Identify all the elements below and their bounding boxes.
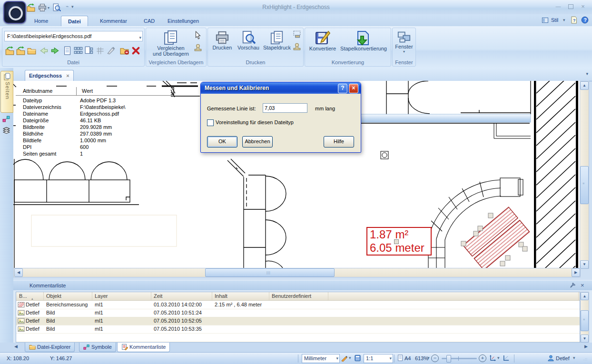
file-path-dropdown-icon[interactable]: ▾ <box>139 33 141 42</box>
drucken-button[interactable]: Drucken <box>210 29 235 59</box>
comment-scroll-up[interactable]: ▲ <box>581 292 589 300</box>
panel-close-icon[interactable]: × <box>581 281 584 290</box>
konvertiere-button[interactable]: Konvertiere <box>307 29 338 59</box>
maximize-button[interactable] <box>565 3 576 10</box>
clean-view-icon[interactable] <box>107 46 116 55</box>
unit-combo[interactable]: Millimeter ▾ <box>302 354 340 363</box>
pen-dropdown-icon[interactable]: ▾ <box>349 355 351 360</box>
comment-scroll-down[interactable]: ▼ <box>581 334 589 343</box>
zoom-in-button[interactable]: + <box>479 354 486 362</box>
scroll-left-button[interactable]: ◀ <box>14 268 23 277</box>
tab-scroll-right-icon[interactable]: ▶ <box>584 344 588 349</box>
user-name[interactable]: Detlef <box>556 355 570 361</box>
snap-corner-icon[interactable] <box>503 354 510 362</box>
canvas-hscrollbar[interactable]: ◀ ||| ▶ <box>13 268 581 277</box>
col-benutzer[interactable]: B... <box>16 292 44 300</box>
coordinate-dropdown-icon[interactable]: ▾ <box>497 355 500 360</box>
comment-row[interactable]: Detlef Bild ml1 07.05.2010 10:51:24 <box>16 309 580 317</box>
tab-list-dropdown-icon[interactable]: ▾ <box>586 71 588 76</box>
canvas-vscrollbar[interactable]: ▲ ≡ ▼ <box>580 81 589 269</box>
col-inhalt[interactable]: Inhalt <box>212 292 269 300</box>
scroll-down-button[interactable]: ▼ <box>580 260 589 269</box>
scroll-up-button[interactable]: ▲ <box>580 81 589 90</box>
vorschau-button[interactable]: Vorschau <box>236 29 261 59</box>
print-stamp-icon[interactable] <box>293 42 301 51</box>
tab-kommentarliste[interactable]: Kommentarliste <box>117 343 170 352</box>
page-list-view-icon[interactable] <box>85 46 94 55</box>
vergleichen-ueberlagern-button[interactable]: Vergleichen und Überlagern <box>150 29 192 59</box>
comment-row-selected[interactable]: Detlef Bild ml1 07.05.2010 10:52:05 <box>16 317 580 325</box>
print-icon[interactable] <box>38 3 47 12</box>
layers-panel-icon[interactable] <box>2 126 10 134</box>
col-benutzerdefiniert[interactable]: Benutzerdefiniert <box>269 292 328 300</box>
customize-qat-icon[interactable]: ▾ <box>71 4 74 9</box>
col-objekt[interactable]: Objekt <box>43 292 92 300</box>
measure-pen-icon[interactable] <box>341 354 348 362</box>
tab-datei[interactable]: Datei <box>61 16 88 27</box>
doc-tab-close-icon[interactable]: × <box>66 73 69 79</box>
stapelkonvertierung-button[interactable]: Stapelkonvertierung <box>338 29 389 59</box>
label-handle[interactable] <box>394 239 399 244</box>
zoom-slider-thumb[interactable] <box>446 355 451 363</box>
dialog-title-bar[interactable]: Messen und Kalibrieren <box>201 82 361 94</box>
zoom-out-button[interactable]: − <box>431 354 439 362</box>
cancel-button[interactable]: Abbrechen <box>242 136 273 148</box>
measurement-label[interactable]: 1.87 m² 6.05 meter <box>366 227 432 256</box>
minimize-button[interactable]: — <box>553 3 563 10</box>
help-doc-icon[interactable] <box>570 16 578 24</box>
tab-home[interactable]: Home <box>28 16 55 26</box>
open-icon[interactable] <box>5 46 14 55</box>
vscroll-thumb[interactable]: ≡ <box>580 166 589 204</box>
help-icon[interactable] <box>581 16 589 24</box>
user-dropdown-icon[interactable]: ▾ <box>573 355 575 360</box>
next-file-icon[interactable] <box>50 46 59 55</box>
symbols-panel-icon[interactable] <box>2 115 10 123</box>
stil-label[interactable]: Stil <box>551 17 558 23</box>
pin-icon[interactable] <box>569 282 576 289</box>
close-file-icon[interactable] <box>120 46 129 55</box>
tab-kommentar[interactable]: Kommentar <box>93 16 134 26</box>
open-recent-icon[interactable] <box>16 46 25 55</box>
print-dropdown-icon[interactable]: ▾ <box>48 6 49 10</box>
print-preview-icon[interactable] <box>52 3 61 12</box>
grid-icon[interactable] <box>96 46 105 55</box>
comment-row[interactable]: Detlef Bild ml1 07.05.2010 10:53:35 <box>16 325 580 334</box>
comment-row[interactable]: Detlef Bereichsmessung ml1 01.03.2010 14… <box>16 301 580 309</box>
open-file-icon[interactable] <box>27 3 35 12</box>
coordinate-mode-icon[interactable] <box>489 354 496 362</box>
tab-datei-explorer[interactable]: Datei-Explorer <box>25 343 75 352</box>
pick-compare-icon[interactable] <box>194 31 202 39</box>
col-zeit[interactable]: Zeit <box>151 292 212 300</box>
application-menu-button[interactable] <box>3 1 26 24</box>
preset-checkbox[interactable] <box>207 119 214 126</box>
help-button[interactable]: Hilfe <box>324 136 354 148</box>
stapeldruck-button[interactable]: Stapeldruck <box>262 29 292 59</box>
print-region-icon[interactable] <box>293 30 301 39</box>
doc-tab-erdgeschoss[interactable]: Erdgeschoss × <box>25 70 74 81</box>
calculator-icon[interactable] <box>354 354 361 362</box>
col-layer[interactable]: Layer <box>92 292 151 300</box>
zoom-percent[interactable]: 613% <box>415 355 428 361</box>
hscroll-thumb[interactable]: ||| <box>205 268 335 277</box>
file-path-combo[interactable]: F:\0atest\beispieke\Erdgeschoss.pdf ▾ <box>4 31 143 41</box>
dialog-close-button[interactable]: × <box>349 84 358 93</box>
thumbnail-view-icon[interactable] <box>74 46 83 55</box>
stamp-compare-icon[interactable] <box>194 43 202 52</box>
stil-dropdown-icon[interactable]: ▾ <box>563 18 565 22</box>
fenster-button[interactable]: Fenster ▾ <box>394 29 414 59</box>
tab-cad[interactable]: CAD <box>137 16 161 26</box>
attr-header-name[interactable]: Attributname <box>23 88 52 94</box>
measured-length-input[interactable] <box>263 103 307 113</box>
attr-header-value[interactable]: Wert <box>82 88 93 94</box>
comment-vscroll-thumb[interactable]: ≡ <box>581 310 589 331</box>
ok-button[interactable]: OK <box>207 136 237 148</box>
previous-file-icon[interactable] <box>39 46 49 55</box>
tab-scroll-left-icon[interactable]: ◀ <box>14 344 18 349</box>
attr-column-divider[interactable] <box>76 87 77 95</box>
comment-vscrollbar[interactable]: ▲ ≡ ▼ <box>580 292 589 343</box>
resize-grip[interactable]: .:: <box>583 357 588 361</box>
tab-einstellungen[interactable]: Einstellungen <box>161 16 206 26</box>
style-icon[interactable] <box>542 17 549 24</box>
new-folder-icon[interactable] <box>27 46 36 55</box>
close-all-icon[interactable] <box>131 46 140 55</box>
